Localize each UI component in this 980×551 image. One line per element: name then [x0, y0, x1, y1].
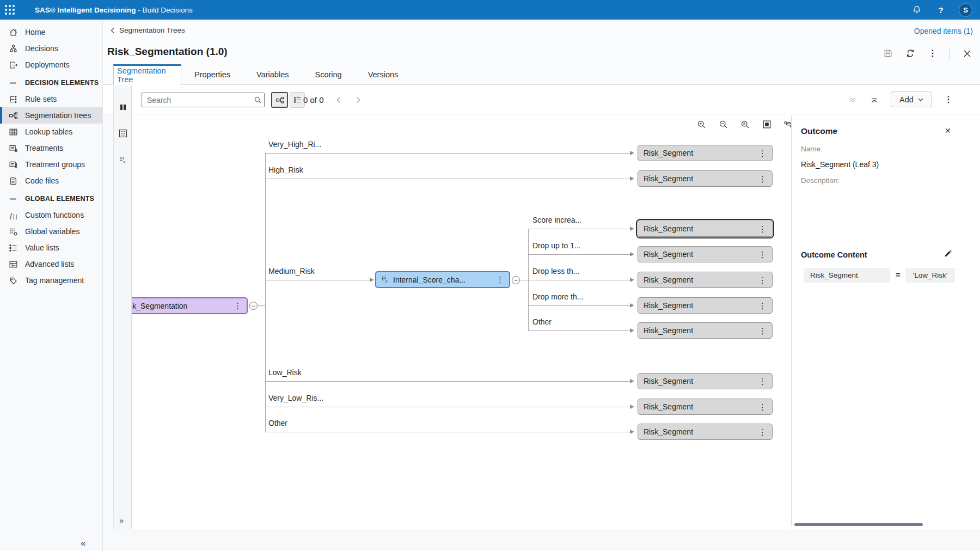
branch-label[interactable]: Low_Risk — [268, 368, 302, 377]
collapse-node-button[interactable]: − — [512, 276, 520, 284]
leaf-node[interactable]: Risk_Segment ⋮ — [638, 322, 773, 339]
sidebar-item-home[interactable]: Home — [0, 24, 102, 40]
notifications-bell-icon[interactable] — [911, 4, 923, 16]
root-node[interactable]: Risk_Segmentation ⋮ — [132, 297, 248, 314]
zoom-out-icon[interactable] — [718, 119, 728, 130]
branch-label[interactable]: Drop more th... — [532, 292, 583, 301]
branch-label[interactable]: Medium_Risk — [268, 267, 315, 276]
sidebar-item-label: Tag management — [25, 276, 84, 285]
branch-label[interactable]: Very_High_Ri... — [268, 140, 321, 149]
node-kebab-icon[interactable]: ⋮ — [758, 377, 767, 385]
node-kebab-icon[interactable]: ⋮ — [234, 302, 242, 310]
collapse-node-button[interactable]: − — [249, 302, 258, 310]
apps-grid-icon[interactable] — [0, 0, 20, 20]
sidebar-item-treatment-groups[interactable]: Treatment groups — [0, 156, 102, 173]
search-input[interactable] — [142, 96, 251, 105]
node-kebab-icon[interactable]: ⋮ — [758, 276, 767, 284]
leaf-node-selected[interactable]: Risk_Segment ⋮ — [638, 221, 773, 237]
branch-label[interactable]: Other — [268, 419, 287, 427]
section-dash-icon — [8, 194, 18, 204]
leaf-node[interactable]: Risk_Segment ⋮ — [638, 399, 773, 415]
global-variables-icon — [8, 226, 18, 236]
user-avatar[interactable]: S — [959, 3, 972, 17]
branch-label[interactable]: Drop up to 1... — [532, 241, 581, 250]
close-item-icon[interactable] — [961, 48, 972, 59]
breadcrumb[interactable]: Segmentation Trees — [111, 26, 185, 34]
horizontal-scrollbar[interactable] — [794, 523, 923, 526]
next-match-icon[interactable] — [353, 94, 364, 105]
sidebar-item-value-lists[interactable]: Value lists — [0, 240, 102, 256]
node-kebab-icon[interactable]: ⋮ — [496, 276, 504, 284]
node-kebab-icon[interactable]: ⋮ — [758, 175, 767, 183]
sidebar-item-lookup-tables[interactable]: Lookup tables — [0, 124, 102, 140]
tab-scoring[interactable]: Scoring — [302, 64, 354, 85]
clear-filter-icon[interactable] — [847, 94, 858, 105]
sidebar-item-segmentation-trees[interactable]: Segmentation trees — [0, 107, 102, 124]
tree-view-toggle[interactable] — [271, 92, 288, 108]
panel-close-icon[interactable]: ✕ — [945, 126, 951, 135]
node-kebab-icon[interactable]: ⋮ — [758, 327, 767, 335]
sidebar-item-decisions[interactable]: Decisions — [0, 40, 102, 57]
panels-toggle-icon[interactable] — [118, 102, 128, 112]
leaf-node[interactable]: Risk_Segment ⋮ — [638, 297, 773, 314]
data-grid-panel-icon[interactable] — [118, 128, 128, 138]
leaf-node[interactable]: Risk_Segment ⋮ — [638, 170, 773, 187]
refresh-icon[interactable] — [905, 48, 916, 59]
outcome-value-field[interactable]: 'Low_Risk' — [905, 268, 955, 283]
tab-versions[interactable]: Versions — [355, 64, 412, 85]
sidebar-item-advanced-lists[interactable]: Advanced lists — [0, 256, 102, 272]
outcome-variable-field[interactable]: Risk_Segment — [804, 268, 890, 283]
sidebar-collapse-button[interactable]: « — [81, 538, 85, 549]
save-icon[interactable] — [883, 48, 893, 59]
help-icon[interactable]: ? — [935, 4, 947, 16]
zoom-in-icon[interactable] — [696, 119, 707, 130]
node-kebab-icon[interactable]: ⋮ — [758, 428, 767, 436]
toolbar-kebab-icon[interactable]: ⋮ — [943, 94, 954, 105]
sidebar-item-global-variables[interactable]: Global variables — [0, 223, 102, 240]
sidebar-item-code-files[interactable]: Code files — [0, 173, 102, 189]
lookup-tables-icon — [8, 127, 18, 137]
branch-label[interactable]: High_Risk — [268, 166, 303, 174]
sidebar-item-treatments[interactable]: Treatments — [0, 140, 102, 156]
collapse-all-icon[interactable] — [869, 94, 880, 105]
internal-score-node[interactable]: x Internal_Score_cha... ⋮ — [375, 271, 510, 288]
node-kebab-icon[interactable]: ⋮ — [758, 403, 767, 411]
node-kebab-icon[interactable]: ⋮ — [758, 250, 767, 259]
previous-match-icon[interactable] — [333, 94, 344, 105]
leaf-node[interactable]: Risk_Segment ⋮ — [638, 373, 773, 389]
connector-routing-icon[interactable] — [783, 119, 791, 130]
tab-segmentation-tree[interactable]: Segmentation Tree — [113, 64, 181, 85]
sidebar-item-tag-management[interactable]: Tag management — [0, 272, 102, 289]
arrowhead — [370, 278, 374, 282]
sidebar-item-rule-sets[interactable]: Rule sets — [0, 91, 102, 107]
sidebar-nav: Home Decisions Deployments DE — [0, 20, 103, 551]
leaf-node[interactable]: Risk_Segment ⋮ — [638, 272, 773, 288]
opened-items-link[interactable]: Opened items (1) — [914, 27, 973, 35]
leaf-node[interactable]: Risk_Segment ⋮ — [638, 424, 773, 440]
search-icon[interactable] — [251, 96, 264, 104]
variables-panel-icon[interactable]: x — [118, 155, 128, 165]
tree-canvas[interactable]: Risk_Segmentation ⋮ − Very_High_Ri... Hi… — [132, 114, 791, 529]
node-kebab-icon[interactable]: ⋮ — [758, 149, 767, 157]
branch-line — [265, 153, 630, 154]
list-view-toggle[interactable] — [290, 92, 305, 108]
edit-pencil-icon[interactable] — [944, 249, 952, 258]
zoom-reset-icon[interactable] — [739, 119, 750, 130]
arrowhead — [630, 405, 634, 409]
add-button[interactable]: Add — [891, 91, 932, 107]
tab-properties[interactable]: Properties — [181, 64, 243, 85]
branch-label[interactable]: Drop less th... — [532, 267, 579, 276]
expand-panel-button[interactable]: » — [119, 516, 124, 525]
fit-to-window-icon[interactable] — [761, 119, 772, 130]
node-kebab-icon[interactable]: ⋮ — [758, 302, 767, 310]
branch-label[interactable]: Score increa... — [532, 216, 581, 224]
sidebar-item-deployments[interactable]: Deployments — [0, 57, 102, 73]
branch-label[interactable]: Very_Low_Ris... — [268, 394, 323, 402]
node-kebab-icon[interactable]: ⋮ — [758, 225, 767, 233]
tab-variables[interactable]: Variables — [243, 64, 302, 85]
leaf-node[interactable]: Risk_Segment ⋮ — [638, 145, 773, 161]
sidebar-item-custom-functions[interactable]: f [ ] Custom functions — [0, 207, 102, 223]
more-options-kebab-icon[interactable]: ⋮ — [927, 48, 938, 59]
branch-label[interactable]: Other — [532, 317, 552, 326]
leaf-node[interactable]: Risk_Segment ⋮ — [638, 246, 773, 262]
